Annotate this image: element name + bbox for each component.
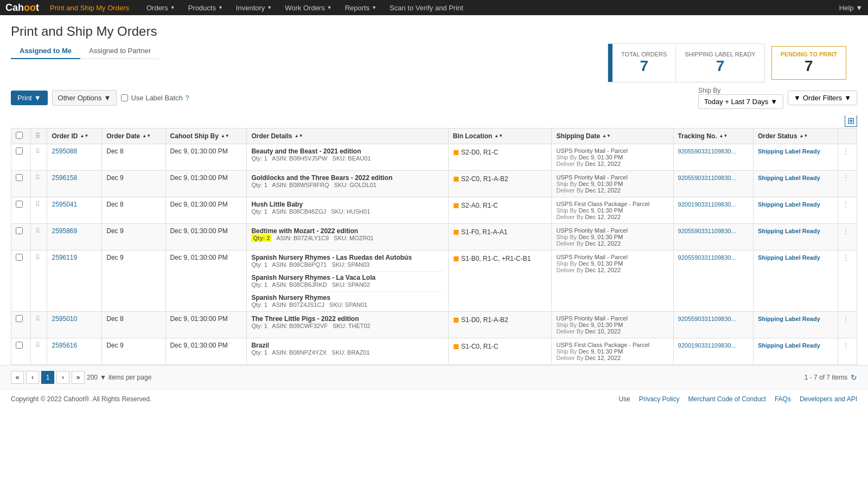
print-button[interactable]: Print ▼ [11, 91, 48, 105]
nav-products[interactable]: Products ▼ [182, 0, 229, 15]
row-checkbox[interactable] [16, 342, 23, 349]
order-id-sort-icon[interactable]: ▲▼ [80, 134, 88, 138]
tab-assigned-to-me[interactable]: Assigned to Me [11, 43, 80, 59]
row-actions-cell[interactable]: ⋮ [838, 312, 857, 338]
tracking-no-sort-icon[interactable]: ▲▼ [719, 134, 728, 138]
row-drag-handle[interactable]: ⠿ [30, 251, 47, 312]
row-checkbox[interactable] [16, 201, 23, 208]
row-drag-handle[interactable]: ⠿ [30, 338, 47, 365]
col-checkbox[interactable] [11, 129, 31, 144]
last-page-button[interactable]: » [72, 371, 85, 384]
order-status-sort-icon[interactable]: ▲▼ [800, 134, 808, 138]
row-checkbox-cell[interactable] [11, 312, 31, 338]
tracking-link[interactable]: 9205590331109830... [678, 148, 736, 155]
row-checkbox[interactable] [16, 227, 23, 234]
row-actions-cell[interactable]: ⋮ [838, 338, 857, 365]
row-drag-handle[interactable]: ⠿ [30, 197, 47, 224]
footer-link-developers[interactable]: Developers and API [800, 395, 857, 403]
row-checkbox-cell[interactable] [11, 197, 31, 224]
refresh-button[interactable]: ↻ [851, 373, 857, 382]
tracking-link[interactable]: 9205590331109830... [678, 254, 736, 261]
cahoot-ship-by-sort-icon[interactable]: ▲▼ [221, 134, 229, 138]
col-tracking-no[interactable]: Tracking No.▲▼ [673, 129, 753, 144]
nav-reports[interactable]: Reports ▼ [339, 0, 383, 15]
footer-link-merchant[interactable]: Merchant Code of Conduct [688, 395, 765, 403]
other-options-button[interactable]: Other Options ▼ [52, 90, 117, 106]
tracking-link[interactable]: 9200190331109830... [678, 201, 736, 208]
order-id-link[interactable]: 2595010 [52, 315, 77, 323]
row-checkbox[interactable] [16, 147, 23, 155]
export-icon[interactable]: ⊞ [845, 115, 857, 127]
col-bin-location[interactable]: Bin Location▲▼ [448, 129, 552, 144]
use-label-batch-checkbox-label[interactable]: Use Label Batch ? [121, 94, 189, 102]
order-id-link[interactable]: 2595041 [52, 201, 77, 208]
order-date-sort-icon[interactable]: ▲▼ [142, 134, 151, 138]
nav-work-orders[interactable]: Work Orders ▼ [278, 0, 338, 15]
row-checkbox-cell[interactable] [11, 144, 31, 171]
help-link[interactable]: Help ▼ [839, 4, 863, 12]
row-checkbox[interactable] [16, 174, 23, 181]
order-id-link[interactable]: 2596158 [52, 174, 77, 182]
nav-scan[interactable]: Scan to Verify and Print [383, 0, 470, 15]
row-actions-cell[interactable]: ⋮ [838, 197, 857, 224]
row-drag-handle[interactable]: ⠿ [30, 312, 47, 338]
row-more-icon[interactable]: ⋮ [843, 174, 849, 182]
use-label-batch-checkbox[interactable] [121, 94, 128, 101]
row-checkbox-cell[interactable] [11, 338, 31, 365]
col-order-date[interactable]: Order Date▲▼ [102, 129, 165, 144]
row-more-icon[interactable]: ⋮ [843, 201, 849, 208]
ship-by-select[interactable]: Today + Last 7 Days ▼ [698, 94, 783, 109]
tracking-link[interactable]: 9205590331109830... [678, 316, 736, 322]
row-more-icon[interactable]: ⋮ [843, 315, 849, 323]
tracking-link[interactable]: 9205590331109830... [678, 175, 736, 181]
row-checkbox-cell[interactable] [11, 251, 31, 312]
footer-link-faqs[interactable]: FAQs [775, 395, 791, 403]
col-shipping-date[interactable]: Shipping Date▲▼ [552, 129, 673, 144]
footer-link-use[interactable]: Use [618, 395, 630, 403]
row-checkbox-cell[interactable] [11, 224, 31, 251]
row-more-icon[interactable]: ⋮ [843, 342, 849, 349]
nav-inventory[interactable]: Inventory ▼ [229, 0, 278, 15]
row-checkbox[interactable] [16, 315, 23, 322]
row-more-icon[interactable]: ⋮ [843, 254, 849, 261]
order-id-link[interactable]: 2596119 [52, 254, 77, 261]
row-actions-cell[interactable]: ⋮ [838, 144, 857, 171]
row-actions-cell[interactable]: ⋮ [838, 171, 857, 197]
first-page-button[interactable]: « [11, 371, 24, 384]
row-more-icon[interactable]: ⋮ [843, 227, 849, 235]
next-page-button[interactable]: › [56, 371, 69, 384]
order-filters-button[interactable]: ▼ Order Filters ▼ [788, 91, 857, 105]
toolbar-left: Print ▼ Other Options ▼ Use Label Batch … [11, 90, 189, 106]
row-drag-handle[interactable]: ⠿ [30, 224, 47, 251]
col-order-id[interactable]: Order ID▲▼ [47, 129, 102, 144]
row-more-icon[interactable]: ⋮ [843, 147, 849, 155]
row-drag-handle[interactable]: ⠿ [30, 144, 47, 171]
nav-orders[interactable]: Orders ▼ [140, 0, 182, 15]
col-cahoot-ship-by[interactable]: Cahoot Ship By▲▼ [165, 129, 247, 144]
prev-page-button[interactable]: ‹ [26, 371, 39, 384]
row-actions-cell[interactable]: ⋮ [838, 224, 857, 251]
shipping-date-sort-icon[interactable]: ▲▼ [602, 134, 611, 138]
per-page-caret[interactable]: ▼ [100, 374, 106, 381]
row-checkbox-cell[interactable] [11, 171, 31, 197]
row-checkbox[interactable] [16, 254, 23, 261]
col-order-details[interactable]: Order Details▲▼ [247, 129, 448, 144]
tracking-link[interactable]: 9205590331109830... [678, 228, 736, 234]
select-all-checkbox[interactable] [16, 132, 23, 139]
ship-by-detail: Ship By Dec 9, 01:30 PM [556, 181, 668, 187]
order-details-sort-icon[interactable]: ▲▼ [295, 134, 303, 138]
page-1-button[interactable]: 1 [41, 371, 54, 384]
tracking-link[interactable]: 9200190331109830... [678, 342, 736, 349]
cahoot-ship-by-cell: Dec 9, 01:30:00 PM [165, 312, 247, 338]
col-order-status[interactable]: Order Status▲▼ [753, 129, 838, 144]
tab-assigned-to-partner[interactable]: Assigned to Partner [80, 43, 159, 59]
order-id-link[interactable]: 2595088 [52, 147, 77, 155]
row-drag-handle[interactable]: ⠿ [30, 171, 47, 197]
table-row: ⠿2595041Dec 8Dec 9, 01:30:00 PM Hush Lit… [11, 197, 857, 224]
bin-location-sort-icon[interactable]: ▲▼ [494, 134, 503, 138]
order-id-link[interactable]: 2595869 [52, 227, 77, 235]
shipping-label-ready-label: SHIPPING LABEL READY [685, 51, 755, 57]
order-id-link[interactable]: 2595616 [52, 342, 77, 349]
footer-link-privacy[interactable]: Privacy Policy [639, 395, 680, 403]
row-actions-cell[interactable]: ⋮ [838, 251, 857, 312]
